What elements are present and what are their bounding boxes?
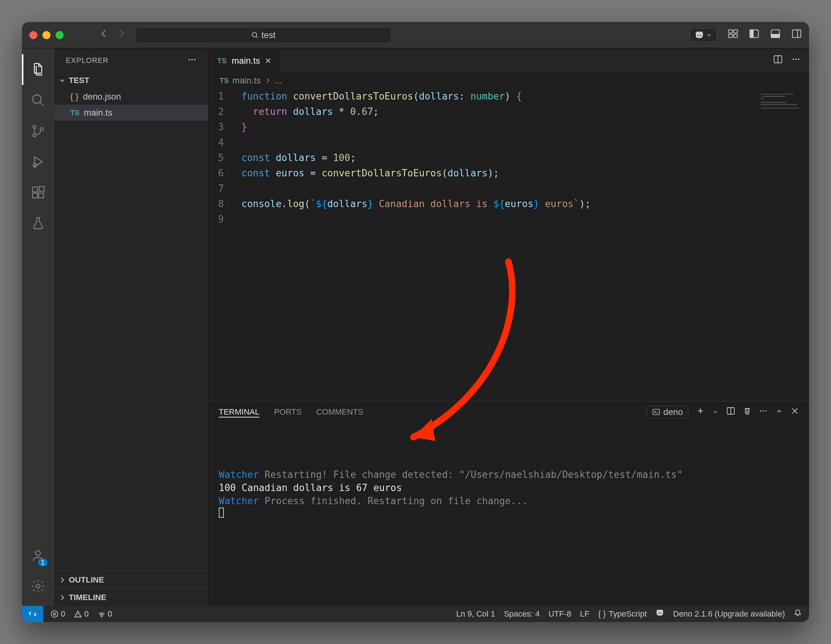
outline-section[interactable]: OUTLINE bbox=[54, 571, 208, 588]
activity-accounts[interactable]: 1 bbox=[22, 540, 54, 571]
maximize-window-button[interactable] bbox=[56, 31, 64, 39]
svg-rect-32 bbox=[761, 98, 764, 99]
status-eol[interactable]: LF bbox=[580, 609, 590, 619]
panel-more-icon[interactable] bbox=[759, 407, 767, 417]
svg-rect-18 bbox=[39, 193, 43, 198]
svg-point-40 bbox=[763, 410, 764, 412]
file-row[interactable]: TSmain.ts bbox=[54, 105, 208, 121]
status-notifications-icon[interactable] bbox=[794, 609, 802, 619]
terminal-output[interactable]: Watcher Restarting! File change detected… bbox=[209, 422, 809, 606]
vscode-window: test bbox=[22, 22, 809, 622]
status-encoding[interactable]: UTF-8 bbox=[548, 609, 571, 619]
activity-extensions[interactable] bbox=[22, 177, 54, 208]
svg-rect-9 bbox=[793, 30, 801, 38]
maximize-panel-icon[interactable] bbox=[775, 407, 783, 417]
editor-more-icon[interactable] bbox=[791, 55, 800, 66]
panel-tab-comments[interactable]: COMMENTS bbox=[316, 407, 363, 417]
minimize-window-button[interactable] bbox=[43, 31, 51, 39]
command-center-text: test bbox=[261, 30, 276, 40]
status-copilot-icon[interactable] bbox=[656, 609, 664, 620]
file-row[interactable]: { }deno.json bbox=[54, 89, 208, 105]
svg-point-23 bbox=[191, 59, 193, 61]
svg-rect-6 bbox=[750, 30, 753, 38]
outline-label: OUTLINE bbox=[69, 575, 104, 585]
close-panel-icon[interactable] bbox=[791, 407, 799, 417]
activity-debug[interactable] bbox=[22, 147, 54, 177]
extensions-icon bbox=[31, 185, 45, 200]
svg-rect-33 bbox=[761, 102, 786, 103]
layout-customize-icon[interactable] bbox=[728, 29, 738, 41]
activity-search[interactable] bbox=[22, 85, 54, 116]
breadcrumb-segment: ... bbox=[275, 75, 282, 86]
svg-rect-1 bbox=[729, 30, 732, 33]
debug-icon bbox=[31, 155, 45, 169]
tab-bar: TS main.ts × bbox=[209, 48, 809, 72]
beaker-icon bbox=[31, 216, 45, 231]
folder-row[interactable]: TEST bbox=[54, 72, 208, 89]
close-tab-icon[interactable]: × bbox=[265, 55, 271, 67]
terminal-profile-selector[interactable]: deno bbox=[647, 406, 688, 418]
command-center-search[interactable]: test bbox=[135, 27, 392, 43]
chevron-down-icon bbox=[706, 32, 712, 38]
editor-area: TS main.ts × TS main.ts ... 123456789 fu… bbox=[209, 48, 809, 606]
status-bar: 0 0 0 Ln 9, Col 1 Spaces: 4 UTF-8 LF { }… bbox=[22, 606, 809, 622]
chevron-right-icon bbox=[59, 594, 66, 601]
timeline-section[interactable]: TIMELINE bbox=[54, 588, 208, 606]
window-controls bbox=[29, 31, 64, 39]
status-warnings[interactable]: 0 bbox=[74, 609, 89, 619]
panel-tab-terminal[interactable]: TERMINAL bbox=[219, 406, 259, 418]
svg-point-28 bbox=[795, 59, 797, 60]
status-cursor[interactable]: Ln 9, Col 1 bbox=[456, 609, 495, 619]
svg-point-13 bbox=[33, 134, 36, 137]
titlebar: test bbox=[22, 22, 809, 48]
tab-main-ts[interactable]: TS main.ts × bbox=[209, 48, 280, 72]
svg-point-22 bbox=[189, 59, 190, 61]
terminal-icon bbox=[653, 408, 660, 416]
svg-rect-31 bbox=[763, 96, 785, 97]
remote-indicator[interactable] bbox=[22, 606, 43, 622]
toggle-secondary-sidebar-icon[interactable] bbox=[791, 29, 802, 41]
sidebar-title: EXPLORER bbox=[66, 56, 108, 65]
kill-terminal-icon[interactable] bbox=[743, 407, 751, 417]
svg-rect-17 bbox=[33, 193, 37, 198]
svg-rect-4 bbox=[734, 34, 738, 38]
bottom-panel: TERMINAL PORTS COMMENTS deno bbox=[209, 401, 809, 606]
close-window-button[interactable] bbox=[29, 31, 37, 39]
activity-testing[interactable] bbox=[22, 208, 54, 239]
activity-explorer[interactable] bbox=[22, 54, 54, 85]
split-editor-icon[interactable] bbox=[773, 54, 783, 67]
toggle-primary-sidebar-icon[interactable] bbox=[749, 29, 759, 41]
svg-point-12 bbox=[33, 125, 36, 128]
new-terminal-icon[interactable] bbox=[696, 407, 704, 417]
breadcrumb[interactable]: TS main.ts ... bbox=[209, 72, 809, 89]
svg-point-21 bbox=[36, 584, 40, 588]
timeline-label: TIMELINE bbox=[69, 593, 107, 602]
activity-scm[interactable] bbox=[22, 116, 54, 147]
svg-point-41 bbox=[765, 410, 767, 412]
svg-point-27 bbox=[793, 59, 794, 60]
ts-icon: TS bbox=[70, 109, 80, 117]
status-ports[interactable]: 0 bbox=[98, 609, 112, 619]
status-language[interactable]: { }TypeScript bbox=[599, 609, 647, 619]
copilot-button[interactable] bbox=[690, 29, 717, 42]
status-deno[interactable]: Deno 2.1.6 (Upgrade available) bbox=[673, 609, 785, 619]
accounts-badge: 1 bbox=[38, 559, 48, 566]
status-indent[interactable]: Spaces: 4 bbox=[504, 609, 540, 619]
chevron-right-icon bbox=[264, 77, 271, 84]
status-errors[interactable]: 0 bbox=[51, 609, 65, 619]
toggle-panel-icon[interactable] bbox=[770, 29, 780, 41]
terminal-dropdown-icon[interactable] bbox=[713, 407, 718, 417]
svg-rect-35 bbox=[761, 108, 801, 109]
panel-tab-ports[interactable]: PORTS bbox=[274, 407, 301, 417]
svg-rect-3 bbox=[729, 34, 732, 38]
sidebar-more-icon[interactable] bbox=[188, 55, 196, 66]
nav-forward-icon[interactable] bbox=[116, 29, 127, 41]
code-content: function convertDollarsToEuros(dollars: … bbox=[231, 89, 809, 401]
svg-rect-8 bbox=[771, 34, 780, 38]
code-editor[interactable]: 123456789 function convertDollarsToEuros… bbox=[209, 89, 809, 401]
breadcrumb-file: main.ts bbox=[232, 75, 261, 86]
minimap[interactable] bbox=[761, 93, 805, 118]
activity-settings[interactable] bbox=[22, 571, 54, 601]
nav-back-icon[interactable] bbox=[99, 29, 109, 41]
split-terminal-icon[interactable] bbox=[726, 406, 735, 418]
